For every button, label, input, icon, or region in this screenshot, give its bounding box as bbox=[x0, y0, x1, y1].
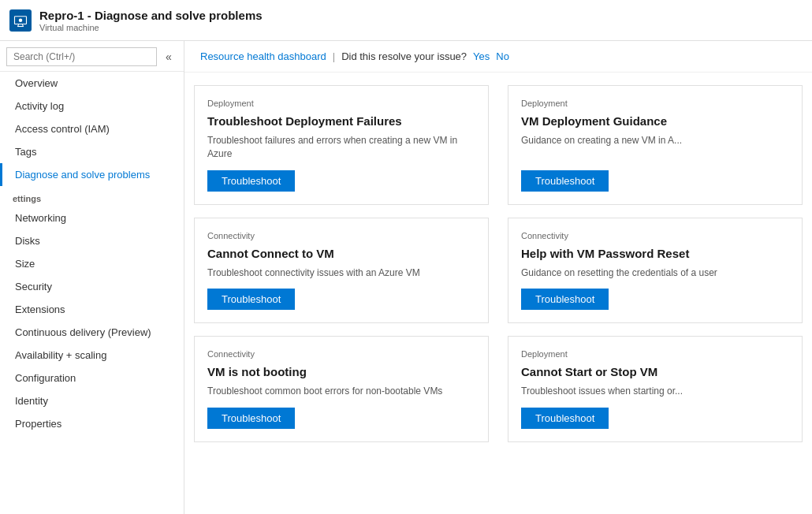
page-title: Repro-1 - Diagnose and solve problems bbox=[39, 9, 263, 22]
sidebar-item-identity[interactable]: Identity bbox=[0, 389, 184, 412]
resource-health-link[interactable]: Resource health dashboard bbox=[200, 50, 326, 62]
sidebar-item-networking[interactable]: Networking bbox=[0, 207, 184, 229]
card-description: Troubleshoot issues when starting or... bbox=[521, 385, 789, 398]
page-header: Repro-1 - Diagnose and solve problems Vi… bbox=[0, 0, 812, 41]
sidebar-item-extensions[interactable]: Extensions bbox=[0, 298, 184, 321]
card-category: Deployment bbox=[521, 99, 789, 108]
resource-no-button[interactable]: No bbox=[496, 50, 509, 62]
card-title: VM Deployment Guidance bbox=[521, 114, 789, 128]
main-content: Resource health dashboard | Did this res… bbox=[184, 41, 812, 514]
troubleshoot-button[interactable]: Troubleshoot bbox=[207, 170, 295, 192]
card-cannot-connect: Connectivity Cannot Connect to VM Troubl… bbox=[194, 218, 489, 324]
troubleshoot-button[interactable]: Troubleshoot bbox=[207, 408, 295, 429]
card-category: Connectivity bbox=[207, 231, 475, 240]
card-category: Deployment bbox=[521, 349, 789, 359]
troubleshoot-button[interactable]: Troubleshoot bbox=[521, 408, 609, 429]
sidebar-item-properties[interactable]: Properties bbox=[0, 412, 184, 435]
sidebar-item-size[interactable]: Size bbox=[0, 252, 184, 275]
card-cannot-start-stop: Deployment Cannot Start or Stop VM Troub… bbox=[508, 336, 803, 442]
card-category: Connectivity bbox=[521, 231, 789, 240]
sidebar-nav: Overview Activity log Access control (IA… bbox=[0, 72, 184, 435]
sidebar-item-availability[interactable]: Availability + scaling bbox=[0, 344, 184, 367]
resource-bar: Resource health dashboard | Did this res… bbox=[184, 41, 812, 73]
sidebar: « Overview Activity log Access control (… bbox=[0, 41, 184, 514]
sidebar-item-configuration[interactable]: Configuration bbox=[0, 367, 184, 389]
sidebar-item-overview[interactable]: Overview bbox=[0, 72, 184, 95]
card-vm-not-booting: Connectivity VM is not booting Troublesh… bbox=[194, 336, 489, 442]
card-vm-deployment-guidance: Deployment VM Deployment Guidance Guidan… bbox=[508, 85, 803, 205]
sidebar-section-settings: ettings bbox=[0, 186, 184, 207]
resource-divider: | bbox=[333, 50, 335, 62]
troubleshoot-button[interactable]: Troubleshoot bbox=[207, 289, 295, 310]
sidebar-search-bar: « bbox=[0, 41, 184, 72]
resource-question: Did this resolve your issue? bbox=[341, 50, 467, 62]
card-title: Help with VM Password Reset bbox=[521, 247, 789, 260]
card-category: Connectivity bbox=[207, 349, 475, 359]
sidebar-item-diagnose[interactable]: Diagnose and solve problems bbox=[0, 163, 184, 186]
sidebar-item-continuous-delivery[interactable]: Continuous delivery (Preview) bbox=[0, 321, 184, 344]
page-subtitle: Virtual machine bbox=[39, 23, 263, 32]
sidebar-item-tags[interactable]: Tags bbox=[0, 140, 184, 163]
sidebar-item-disks[interactable]: Disks bbox=[0, 229, 184, 252]
header-text-block: Repro-1 - Diagnose and solve problems Vi… bbox=[39, 9, 263, 32]
troubleshoot-button[interactable]: Troubleshoot bbox=[521, 289, 609, 310]
vm-icon bbox=[9, 9, 32, 32]
search-input[interactable] bbox=[6, 47, 157, 66]
sidebar-item-access-control[interactable]: Access control (IAM) bbox=[0, 117, 184, 140]
card-description: Troubleshoot failures and errors when cr… bbox=[207, 134, 475, 161]
collapse-sidebar-button[interactable]: « bbox=[160, 48, 177, 65]
card-title: Cannot Connect to VM bbox=[207, 247, 475, 260]
card-password-reset: Connectivity Help with VM Password Reset… bbox=[508, 218, 803, 324]
troubleshoot-button[interactable]: Troubleshoot bbox=[521, 170, 609, 192]
svg-point-1 bbox=[19, 18, 23, 22]
card-description: Troubleshoot common boot errors for non-… bbox=[207, 385, 475, 398]
resource-yes-button[interactable]: Yes bbox=[473, 50, 490, 62]
cards-grid: Deployment Troubleshoot Deployment Failu… bbox=[184, 73, 812, 455]
card-title: VM is not booting bbox=[207, 365, 475, 378]
main-layout: « Overview Activity log Access control (… bbox=[0, 41, 812, 514]
sidebar-item-security[interactable]: Security bbox=[0, 275, 184, 298]
sidebar-item-activity-log[interactable]: Activity log bbox=[0, 95, 184, 117]
card-description: Guidance on resetting the credentials of… bbox=[521, 266, 789, 280]
card-description: Guidance on creating a new VM in A... bbox=[521, 134, 789, 161]
card-deployment-failures: Deployment Troubleshoot Deployment Failu… bbox=[194, 85, 489, 205]
card-description: Troubleshoot connectivity issues with an… bbox=[207, 266, 475, 280]
card-title: Troubleshoot Deployment Failures bbox=[207, 114, 475, 128]
card-category: Deployment bbox=[207, 99, 475, 108]
sidebar-scroll-area: Overview Activity log Access control (IA… bbox=[0, 72, 184, 514]
card-title: Cannot Start or Stop VM bbox=[521, 365, 789, 378]
